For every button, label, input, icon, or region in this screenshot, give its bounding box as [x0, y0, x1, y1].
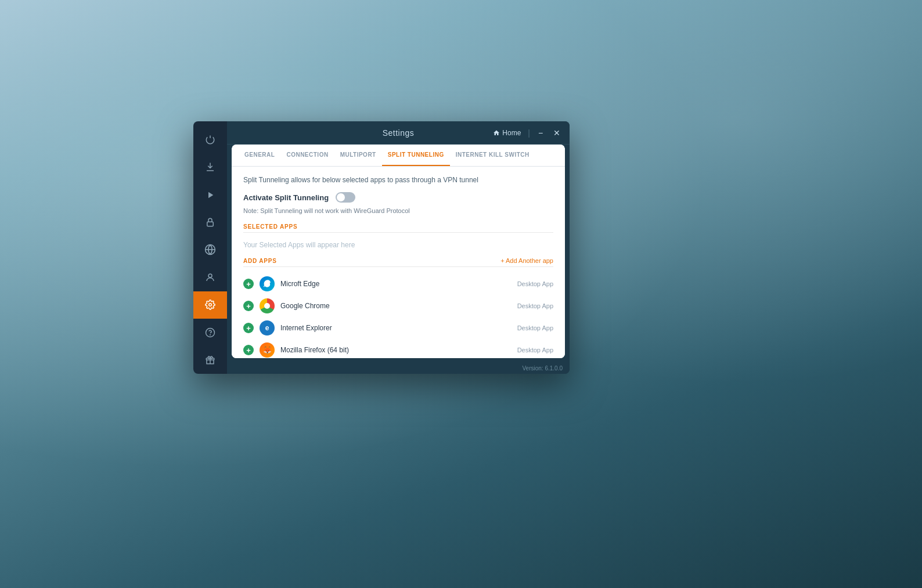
- titlebar: Settings Home | − ✕: [227, 121, 570, 145]
- firefox-app-name: Mozilla Firefox (64 bit): [280, 346, 512, 354]
- version-bar: Version: 6.1.0.0: [227, 363, 570, 374]
- chrome-app-name: Google Chrome: [280, 302, 512, 310]
- close-button[interactable]: ✕: [550, 126, 564, 140]
- sidebar-item-connect[interactable]: [193, 181, 227, 208]
- ie-app-name: Internet Explorer: [280, 324, 512, 332]
- svg-point-6: [210, 334, 211, 335]
- ie-icon: e: [260, 320, 275, 336]
- tab-general[interactable]: GENERAL: [239, 145, 280, 166]
- app-item-chrome: + Google Chrome Desktop App: [243, 295, 553, 317]
- sidebar-item-settings[interactable]: [193, 291, 227, 319]
- sidebar-item-power[interactable]: [193, 126, 227, 153]
- svg-point-4: [209, 304, 212, 306]
- titlebar-controls: Home | − ✕: [489, 126, 564, 140]
- titlebar-separator: |: [528, 128, 530, 138]
- selected-apps-placeholder: Your Selected Apps will appear here: [243, 236, 553, 257]
- app-window: Settings Home | − ✕ GENERAL CONNECTION M…: [193, 121, 570, 374]
- svg-point-3: [208, 274, 212, 277]
- add-another-button[interactable]: + Add Another app: [500, 257, 553, 264]
- home-label: Home: [502, 129, 521, 137]
- app-item-firefox: + 🦊 Mozilla Firefox (64 bit) Desktop App: [243, 339, 553, 358]
- add-chrome-button[interactable]: +: [243, 301, 254, 311]
- edge-app-type: Desktop App: [517, 280, 553, 287]
- sidebar-item-ip[interactable]: [193, 236, 227, 264]
- chrome-app-type: Desktop App: [517, 302, 553, 309]
- ie-app-type: Desktop App: [517, 324, 553, 331]
- firefox-icon: 🦊: [260, 342, 275, 358]
- chrome-icon: [260, 298, 275, 313]
- add-apps-label: ADD APPS: [243, 258, 277, 264]
- app-item-edge: + Microft Edge Desktop App: [243, 273, 553, 295]
- add-apps-header: ADD APPS + Add Another app: [243, 257, 553, 267]
- edge-app-name: Microft Edge: [280, 280, 512, 288]
- description-text: Split Tunneling allows for below selecte…: [243, 176, 553, 184]
- firefox-app-type: Desktop App: [517, 347, 553, 353]
- main-content: Settings Home | − ✕ GENERAL CONNECTION M…: [227, 121, 570, 374]
- selected-apps-label: SELECTED APPS: [243, 223, 553, 233]
- sidebar-item-lock[interactable]: [193, 208, 227, 236]
- edge-icon: [260, 276, 275, 291]
- tabs-bar: GENERAL CONNECTION MULTIPORT SPLIT TUNNE…: [232, 145, 565, 167]
- app-item-ie: + e Internet Explorer Desktop App: [243, 317, 553, 339]
- note-text: Note: Split Tunneling will not work with…: [243, 207, 553, 214]
- version-text: Version: 6.1.0.0: [523, 365, 563, 371]
- home-icon: [493, 129, 500, 136]
- sidebar: [193, 121, 227, 374]
- split-tunneling-toggle[interactable]: [336, 192, 355, 203]
- sidebar-item-download[interactable]: [193, 153, 227, 181]
- tab-split-tunneling[interactable]: SPLIT TUNNELING: [382, 145, 450, 166]
- tab-kill-switch[interactable]: INTERNET KILL SWITCH: [450, 145, 535, 166]
- settings-content: Split Tunneling allows for below selecte…: [232, 167, 565, 358]
- add-edge-button[interactable]: +: [243, 279, 254, 289]
- sidebar-item-account[interactable]: [193, 264, 227, 291]
- minimize-button[interactable]: −: [534, 126, 548, 140]
- tab-connection[interactable]: CONNECTION: [280, 145, 334, 166]
- add-firefox-button[interactable]: +: [243, 345, 254, 355]
- toggle-knob: [337, 193, 345, 201]
- sidebar-item-gift[interactable]: [193, 347, 227, 374]
- add-ie-button[interactable]: +: [243, 323, 254, 333]
- settings-panel: GENERAL CONNECTION MULTIPORT SPLIT TUNNE…: [232, 145, 565, 358]
- activate-label: Activate Split Tunneling: [243, 193, 329, 202]
- window-title: Settings: [383, 128, 415, 138]
- home-button[interactable]: Home: [489, 128, 524, 138]
- activate-row: Activate Split Tunneling: [243, 192, 553, 203]
- sidebar-item-help[interactable]: [193, 319, 227, 346]
- tab-multiport[interactable]: MULTIPORT: [334, 145, 382, 166]
- svg-rect-0: [207, 222, 214, 226]
